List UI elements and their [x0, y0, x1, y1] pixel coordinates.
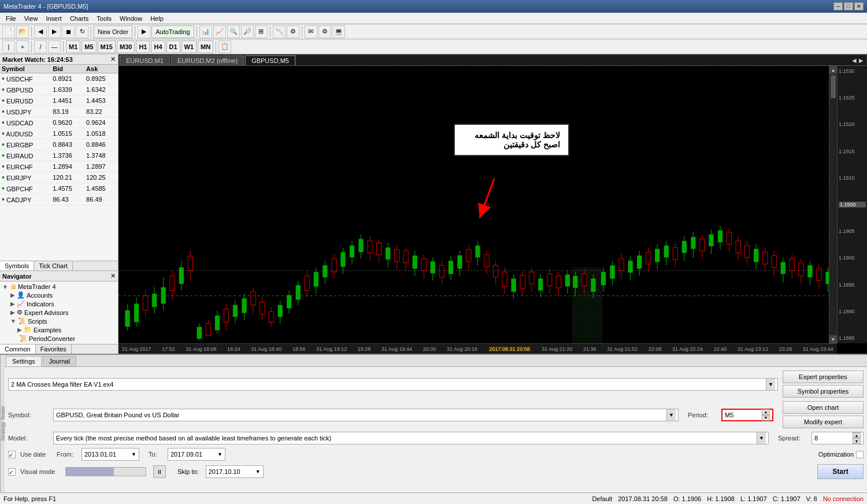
- tree-expert-advisors[interactable]: ▶ ⚙ Expert Advisors: [1, 308, 117, 317]
- model-dropdown-btn[interactable]: ▼: [757, 432, 766, 444]
- tree-period-converter[interactable]: 📜 PeriodConverter: [1, 334, 117, 343]
- close-button[interactable]: ✕: [854, 2, 864, 10]
- period-w1[interactable]: W1: [181, 40, 197, 53]
- expert-properties-btn[interactable]: Expert properties: [783, 370, 864, 383]
- tree-examples[interactable]: ▶ 📁 Examples: [1, 325, 117, 334]
- new-order-button[interactable]: New Order: [94, 25, 132, 38]
- period-mn[interactable]: MN: [198, 40, 213, 53]
- skip-to-dropdown-btn[interactable]: ▼: [255, 469, 261, 475]
- period-h4[interactable]: H4: [151, 40, 165, 53]
- speed-slider[interactable]: [65, 467, 146, 476]
- menu-insert[interactable]: Insert: [42, 14, 65, 23]
- menu-tools[interactable]: Tools: [93, 14, 115, 23]
- nav-tab-favorites[interactable]: Favorites: [36, 344, 72, 354]
- period-m15[interactable]: M15: [98, 40, 116, 53]
- market-watch-close-icon[interactable]: ✕: [110, 55, 116, 63]
- nav-tab-common[interactable]: Common: [0, 344, 36, 354]
- mail-btn[interactable]: ✉: [305, 25, 317, 38]
- optimization-checkbox[interactable]: [856, 451, 864, 458]
- market-watch-row[interactable]: • CADJPY 86.43 86.49: [0, 194, 118, 205]
- market-watch-row[interactable]: • GBPCHF 1.4575 1.4585: [0, 183, 118, 194]
- crosshair-tool[interactable]: +: [16, 40, 29, 53]
- zoom-out-btn[interactable]: 🔎: [241, 25, 254, 38]
- chart-scroll-left[interactable]: ◀: [852, 57, 857, 64]
- zoom-in-btn[interactable]: 🔍: [227, 25, 240, 38]
- scroll-down-btn[interactable]: ▼: [829, 335, 837, 343]
- next-btn[interactable]: ▶: [48, 25, 61, 38]
- refresh-btn[interactable]: ↻: [76, 25, 88, 38]
- ea-dropdown-btn[interactable]: ▼: [766, 379, 775, 390]
- market-watch-row[interactable]: • USDCAD 0.9620 0.9624: [0, 117, 118, 128]
- ea-selector[interactable]: 2 MA Crosses Mega filter EA V1.ex4 ▼: [8, 378, 778, 391]
- chart-tab-eurusd-m1[interactable]: EURUSD,M1: [120, 55, 170, 65]
- skip-to-input[interactable]: 2017.10.10 ▼: [206, 465, 264, 478]
- new-btn[interactable]: 📄: [2, 25, 15, 38]
- menu-window[interactable]: Window: [116, 14, 146, 23]
- modify-expert-btn[interactable]: Modify expert: [783, 416, 864, 428]
- period-input[interactable]: M5 ▲ ▼: [721, 409, 773, 421]
- template-btn[interactable]: 📋: [218, 40, 231, 53]
- minimize-button[interactable]: ─: [833, 2, 843, 10]
- market-watch-row[interactable]: • GBPUSD 1.6339 1.6342: [0, 84, 118, 95]
- visual-mode-checkbox[interactable]: [8, 468, 16, 476]
- to-dropdown-btn[interactable]: ▼: [217, 451, 223, 457]
- use-date-checkbox[interactable]: [8, 451, 16, 458]
- chart-type2-btn[interactable]: 📈: [213, 25, 226, 38]
- pause-btn[interactable]: ⏸: [153, 465, 166, 478]
- symbol-input[interactable]: GBPUSD, Great Britain Pound vs US Dollar…: [53, 409, 679, 421]
- expert-btn[interactable]: ⚙: [287, 25, 299, 38]
- indicator-btn[interactable]: 📉: [273, 25, 286, 38]
- market-watch-row[interactable]: • AUDUSD 1.0515 1.0518: [0, 128, 118, 139]
- tab-journal[interactable]: Journal: [43, 356, 76, 366]
- grid-btn[interactable]: ⊞: [255, 25, 268, 38]
- open-btn[interactable]: 📂: [16, 25, 29, 38]
- to-input[interactable]: 2017.09.01 ▼: [168, 448, 225, 461]
- prev-btn[interactable]: ◀: [34, 25, 47, 38]
- hline-tool[interactable]: —: [48, 40, 61, 53]
- start-button[interactable]: Start: [817, 464, 864, 479]
- autotrading-icon[interactable]: ▶: [138, 25, 150, 38]
- period-h1[interactable]: H1: [136, 40, 150, 53]
- line-tool[interactable]: |: [2, 40, 15, 53]
- from-input[interactable]: 2013.01.01 ▼: [81, 448, 139, 461]
- period-up-btn[interactable]: ▲: [762, 409, 770, 415]
- tab-symbols[interactable]: Symbols: [0, 261, 34, 270]
- period-m1[interactable]: M1: [66, 40, 80, 53]
- market-watch-row[interactable]: • USDJPY 83.19 83.22: [0, 106, 118, 117]
- scroll-thumb[interactable]: [831, 75, 836, 98]
- period-down-btn[interactable]: ▼: [762, 415, 770, 421]
- market-watch-row[interactable]: • EURCHF 1.2894 1.2897: [0, 161, 118, 172]
- menu-charts[interactable]: Charts: [66, 14, 92, 23]
- symbol-dropdown-btn[interactable]: ▼: [666, 409, 676, 421]
- tab-settings[interactable]: Settings: [6, 356, 42, 366]
- tree-indicators[interactable]: ▶ 📈 Indicators: [1, 299, 117, 308]
- period-m5[interactable]: M5: [81, 40, 96, 53]
- period-d1[interactable]: D1: [166, 40, 180, 53]
- market-watch-row[interactable]: • EURJPY 120.21 120.25: [0, 172, 118, 183]
- open-chart-btn[interactable]: Open chart: [783, 401, 864, 414]
- menu-file[interactable]: File: [2, 14, 20, 23]
- menu-help[interactable]: Help: [147, 14, 167, 23]
- chart-scroll-right[interactable]: ▶: [859, 57, 864, 64]
- menu-view[interactable]: View: [21, 14, 42, 23]
- market-watch-row[interactable]: • EURUSD 1.4451 1.4453: [0, 95, 118, 106]
- navigator-close-icon[interactable]: ✕: [110, 272, 116, 280]
- terminal-btn[interactable]: 💻: [332, 25, 345, 38]
- tree-metatrader4[interactable]: ▼ 🖥 MetaTrader 4: [1, 283, 117, 291]
- stop-btn[interactable]: ⏹: [62, 25, 75, 38]
- autotrading-button[interactable]: AutoTrading: [151, 25, 194, 38]
- chart-type1-btn[interactable]: 📊: [199, 25, 212, 38]
- chart-tab-gbpusd-m5[interactable]: GBPUSD,M5: [245, 55, 295, 65]
- from-dropdown-btn[interactable]: ▼: [131, 451, 136, 457]
- tab-tick-chart[interactable]: Tick Chart: [34, 261, 73, 270]
- maximize-button[interactable]: □: [844, 2, 853, 10]
- scroll-up-btn[interactable]: ▲: [829, 66, 837, 74]
- model-input[interactable]: Every tick (the most precise method base…: [53, 432, 769, 444]
- settings-btn[interactable]: ⚙: [318, 25, 331, 38]
- spread-up-btn[interactable]: ▲: [853, 432, 861, 438]
- market-watch-row[interactable]: • EURGBP 0.8843 0.8846: [0, 139, 118, 150]
- market-watch-row[interactable]: • EURAUD 1.3736 1.3748: [0, 150, 118, 161]
- symbol-properties-btn[interactable]: Symbol properties: [783, 385, 864, 398]
- tree-scripts[interactable]: ▼ 📜 Scripts: [1, 317, 117, 325]
- trendline-tool[interactable]: /: [34, 40, 47, 53]
